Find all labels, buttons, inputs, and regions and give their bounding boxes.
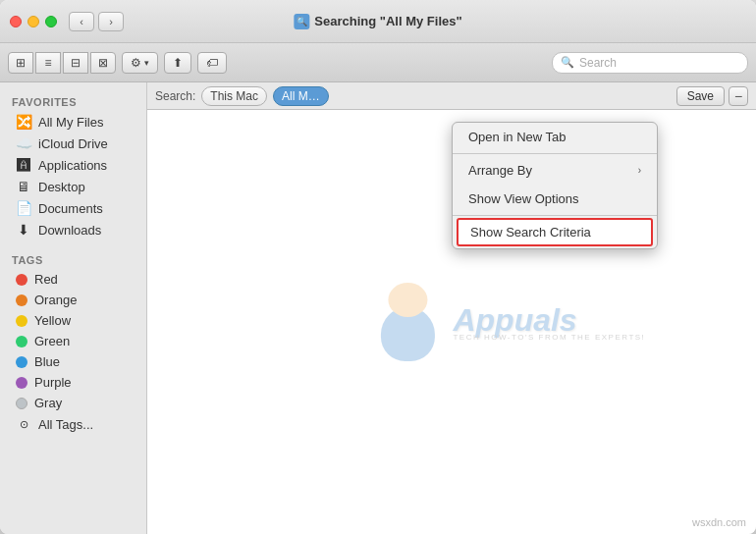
menu-divider-2 [453, 215, 657, 216]
traffic-lights [10, 16, 57, 27]
finder-window: ‹ › 🔍 Searching "All My Files" ⊞ ≡ ⊟ ⊠ ⚙… [0, 0, 756, 534]
orange-tag-dot [16, 294, 27, 306]
titlebar: ‹ › 🔍 Searching "All My Files" [0, 0, 756, 43]
sidebar-label-documents: Documents [38, 201, 103, 216]
menu-label-open-new-tab: Open in New Tab [468, 130, 567, 144]
close-button[interactable] [10, 16, 22, 27]
sidebar-label-downloads: Downloads [38, 223, 101, 238]
sidebar-item-documents[interactable]: 📄 Documents [4, 197, 142, 219]
sidebar-label-applications: Applications [38, 158, 107, 173]
share-icon: ⬆ [173, 56, 183, 70]
menu-label-show-view-options: Show View Options [468, 191, 579, 206]
red-tag-dot [16, 274, 27, 286]
sidebar-item-tag-purple[interactable]: Purple [4, 372, 142, 393]
tag-button[interactable]: 🏷 [197, 52, 227, 74]
sidebar-label-red: Red [34, 272, 58, 287]
menu-item-show-search-criteria[interactable]: Show Search Criteria [457, 218, 653, 246]
favorites-section-title: Favorites [0, 90, 146, 111]
sidebar-label-blue: Blue [34, 354, 60, 369]
desktop-icon: 🖥 [16, 179, 31, 194]
search-placeholder: Search [579, 56, 617, 70]
menu-label-arrange-by: Arrange By [468, 163, 532, 178]
window-title-area: 🔍 Searching "All My Files" [294, 14, 461, 29]
sidebar-item-tag-red[interactable]: Red [4, 269, 142, 290]
nav-buttons: ‹ › [69, 12, 124, 31]
back-button[interactable]: ‹ [69, 12, 94, 31]
window-icon: 🔍 [294, 14, 309, 29]
search-icon: 🔍 [561, 56, 574, 69]
sidebar-item-tag-gray[interactable]: Gray [4, 393, 142, 413]
sidebar-item-applications[interactable]: 🅰 Applications [4, 154, 142, 176]
tag-icon: 🏷 [206, 56, 218, 70]
dropdown-overlay: Open in New Tab Arrange By › Show View O… [147, 82, 756, 534]
sidebar-label-gray: Gray [34, 396, 62, 410]
menu-item-arrange-by[interactable]: Arrange By › [453, 156, 657, 185]
menu-item-open-new-tab[interactable]: Open in New Tab [453, 123, 657, 151]
gray-tag-dot [16, 398, 27, 409]
sidebar-item-all-my-files[interactable]: 🔀 All My Files [4, 111, 142, 133]
coverflow-view-button[interactable]: ⊠ [90, 52, 116, 74]
menu-label-show-search-criteria: Show Search Criteria [470, 225, 591, 240]
dropdown-menu: Open in New Tab Arrange By › Show View O… [452, 122, 658, 249]
sidebar-item-desktop[interactable]: 🖥 Desktop [4, 176, 142, 197]
view-buttons: ⊞ ≡ ⊟ ⊠ [8, 52, 116, 74]
icon-view-button[interactable]: ⊞ [8, 52, 33, 74]
menu-divider-1 [453, 153, 657, 154]
documents-icon: 📄 [16, 200, 31, 216]
sidebar-label-all-tags: All Tags... [38, 417, 93, 432]
sidebar-item-tag-blue[interactable]: Blue [4, 351, 142, 372]
content-area: Favorites 🔀 All My Files ☁️ iCloud Drive… [0, 82, 756, 534]
window-title: Searching "All My Files" [314, 14, 461, 28]
sidebar-label-icloud-drive: iCloud Drive [38, 136, 108, 151]
sidebar-item-tag-green[interactable]: Green [4, 331, 142, 351]
purple-tag-dot [16, 377, 27, 389]
blue-tag-dot [16, 356, 27, 368]
sidebar-label-yellow: Yellow [34, 313, 71, 328]
menu-item-show-view-options[interactable]: Show View Options [453, 185, 657, 213]
icloud-icon: ☁️ [16, 135, 31, 151]
yellow-tag-dot [16, 315, 27, 327]
search-bar[interactable]: 🔍 Search [552, 52, 748, 74]
toolbar: ⊞ ≡ ⊟ ⊠ ⚙ ▾ ⬆ 🏷 🔍 Search [0, 43, 756, 82]
sidebar-label-purple: Purple [34, 375, 72, 390]
sidebar-item-tag-orange[interactable]: Orange [4, 290, 142, 310]
sidebar-label-all-my-files: All My Files [38, 115, 103, 130]
minimize-button[interactable] [27, 16, 39, 27]
forward-button[interactable]: › [98, 12, 124, 31]
share-button[interactable]: ⬆ [164, 52, 191, 74]
all-tags-icon: ⊙ [16, 416, 31, 432]
list-view-button[interactable]: ≡ [35, 52, 61, 74]
maximize-button[interactable] [45, 16, 57, 27]
tags-section-title: Tags [0, 248, 146, 269]
gear-icon: ⚙ [131, 56, 141, 70]
sidebar-item-downloads[interactable]: ⬇ Downloads [4, 219, 142, 240]
sidebar-label-green: Green [34, 334, 70, 348]
arrange-by-arrow: › [638, 165, 641, 176]
sidebar-label-orange: Orange [34, 293, 77, 307]
sidebar-item-icloud-drive[interactable]: ☁️ iCloud Drive [4, 133, 142, 154]
sidebar-item-tag-yellow[interactable]: Yellow [4, 310, 142, 331]
sidebar: Favorites 🔀 All My Files ☁️ iCloud Drive… [0, 82, 147, 534]
main-area: Search: This Mac All M… Save − Appu [147, 82, 756, 534]
column-view-button[interactable]: ⊟ [63, 52, 88, 74]
all-my-files-icon: 🔀 [16, 114, 31, 130]
sidebar-item-all-tags[interactable]: ⊙ All Tags... [4, 413, 142, 435]
green-tag-dot [16, 336, 27, 347]
action-dropdown-arrow: ▾ [144, 58, 149, 68]
action-button[interactable]: ⚙ ▾ [122, 52, 158, 74]
downloads-icon: ⬇ [16, 222, 31, 238]
applications-icon: 🅰 [16, 157, 31, 173]
sidebar-label-desktop: Desktop [38, 180, 85, 194]
